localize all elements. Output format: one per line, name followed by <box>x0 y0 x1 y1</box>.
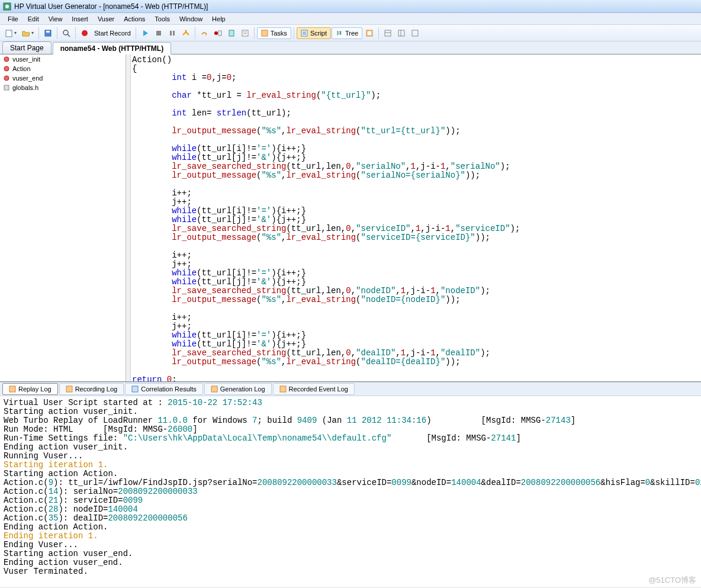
bookmark-button[interactable] <box>225 27 238 40</box>
code-content[interactable]: Action() { int i =0,j=0; char *tt_url = … <box>126 54 701 381</box>
comment-button[interactable] <box>239 27 252 40</box>
svg-rect-4 <box>46 31 50 33</box>
sidebar-label: vuser_init <box>12 56 40 63</box>
save-button[interactable] <box>41 27 54 40</box>
svg-rect-40 <box>66 386 72 392</box>
action-tree: vuser_init Action vuser_end globals.h <box>0 54 126 381</box>
menu-vuser[interactable]: Vuser <box>94 14 118 24</box>
play-button[interactable] <box>139 27 152 40</box>
stop-button[interactable] <box>152 27 165 40</box>
tasks-button[interactable]: Tasks <box>257 27 291 39</box>
output-tabs: Replay Log Recording Log Correlation Res… <box>0 382 701 396</box>
tree-label: Tree <box>345 30 358 37</box>
sidebar-label: Action <box>12 65 31 72</box>
tab-document[interactable]: noname54 - Web (HTTP/HTML) <box>53 42 171 54</box>
svg-point-36 <box>4 66 9 71</box>
search-button[interactable] <box>60 27 73 40</box>
separator <box>57 27 57 39</box>
script-button[interactable]: Script <box>297 27 331 39</box>
tab-replay-log[interactable]: Replay Log <box>2 383 58 395</box>
svg-point-35 <box>4 57 9 62</box>
sidebar-label: globals.h <box>12 84 38 91</box>
new-button[interactable] <box>2 27 19 40</box>
separator <box>38 27 39 39</box>
window-title: HP Virtual User Generator - [noname54 - … <box>14 2 208 11</box>
svg-rect-34 <box>412 30 418 36</box>
tasks-label: Tasks <box>271 30 287 37</box>
tab-correlation-results[interactable]: Correlation Results <box>125 383 203 395</box>
tree-button[interactable]: Tree <box>332 27 362 39</box>
header-icon <box>2 83 11 92</box>
svg-point-37 <box>4 76 9 81</box>
action-icon <box>2 55 11 63</box>
menu-edit[interactable]: Edit <box>24 14 43 24</box>
menu-help[interactable]: Help <box>208 14 230 24</box>
menu-file[interactable]: File <box>4 14 22 24</box>
separator <box>294 27 294 39</box>
sidebar-item-action[interactable]: Action <box>0 64 126 73</box>
svg-point-12 <box>214 31 218 35</box>
breakpoint-button[interactable] <box>211 27 224 40</box>
svg-rect-38 <box>4 85 9 90</box>
menu-window[interactable]: Window <box>175 14 207 24</box>
menu-tools[interactable]: Tools <box>150 14 174 24</box>
snapshot-button[interactable] <box>363 27 376 40</box>
svg-rect-32 <box>398 30 404 36</box>
svg-rect-10 <box>173 31 175 36</box>
tool3-button[interactable] <box>409 27 422 40</box>
tab-generation-log[interactable]: Generation Log <box>204 383 272 395</box>
menu-view[interactable]: View <box>44 14 67 24</box>
svg-point-5 <box>63 30 68 35</box>
replay-log[interactable]: Virtual User Script started at : 2015-10… <box>0 396 701 587</box>
sidebar-label: vuser_end <box>12 75 43 82</box>
app-icon <box>2 2 12 11</box>
separator <box>136 27 136 39</box>
svg-rect-18 <box>262 30 268 36</box>
svg-rect-42 <box>211 386 217 392</box>
record-button[interactable] <box>78 27 91 40</box>
open-button[interactable] <box>20 27 36 40</box>
action-icon <box>2 65 11 73</box>
titlebar: HP Virtual User Generator - [noname54 - … <box>0 0 701 13</box>
svg-rect-39 <box>9 386 15 392</box>
compile-button[interactable] <box>179 27 192 40</box>
svg-rect-13 <box>218 31 221 36</box>
svg-point-1 <box>5 5 9 8</box>
svg-rect-30 <box>385 30 391 36</box>
workspace: vuser_init Action vuser_end globals.h Ac… <box>0 54 701 382</box>
menubar: File Edit View Insert Vuser Actions Tool… <box>0 13 701 25</box>
svg-point-11 <box>185 30 186 31</box>
svg-point-26 <box>340 31 342 33</box>
separator <box>195 27 195 39</box>
svg-rect-14 <box>229 30 234 36</box>
tab-start-page[interactable]: Start Page <box>2 41 52 54</box>
watermark: @51CTO博客 <box>648 575 696 586</box>
svg-rect-41 <box>132 386 138 392</box>
sidebar-item-globals[interactable]: globals.h <box>0 83 126 92</box>
svg-rect-8 <box>156 31 161 36</box>
svg-line-6 <box>67 34 70 37</box>
action-icon <box>2 74 11 82</box>
separator <box>378 27 379 39</box>
svg-point-27 <box>340 33 342 34</box>
start-record-label[interactable]: Start Record <box>92 30 133 37</box>
svg-rect-43 <box>280 386 286 392</box>
menu-insert[interactable]: Insert <box>67 14 92 24</box>
menu-actions[interactable]: Actions <box>120 14 149 24</box>
svg-rect-29 <box>368 31 371 35</box>
editor-gutter <box>126 54 131 381</box>
svg-point-7 <box>82 30 88 36</box>
code-editor[interactable]: Action() { int i =0,j=0; char *tt_url = … <box>126 54 701 381</box>
sidebar-item-vuser-init[interactable]: vuser_init <box>0 54 126 64</box>
tab-recorded-event-log[interactable]: Recorded Event Log <box>273 383 355 395</box>
sidebar-item-vuser-end[interactable]: vuser_end <box>0 73 126 83</box>
tab-recording-log[interactable]: Recording Log <box>59 383 124 395</box>
tool1-button[interactable] <box>381 27 394 40</box>
tool2-button[interactable] <box>395 27 408 40</box>
step-over-button[interactable] <box>198 27 211 40</box>
pause-button[interactable] <box>166 27 179 40</box>
toolbar: Start Record Tasks Script Tree <box>0 25 701 41</box>
script-label: Script <box>310 30 327 37</box>
svg-rect-9 <box>170 31 172 36</box>
separator <box>75 27 76 39</box>
